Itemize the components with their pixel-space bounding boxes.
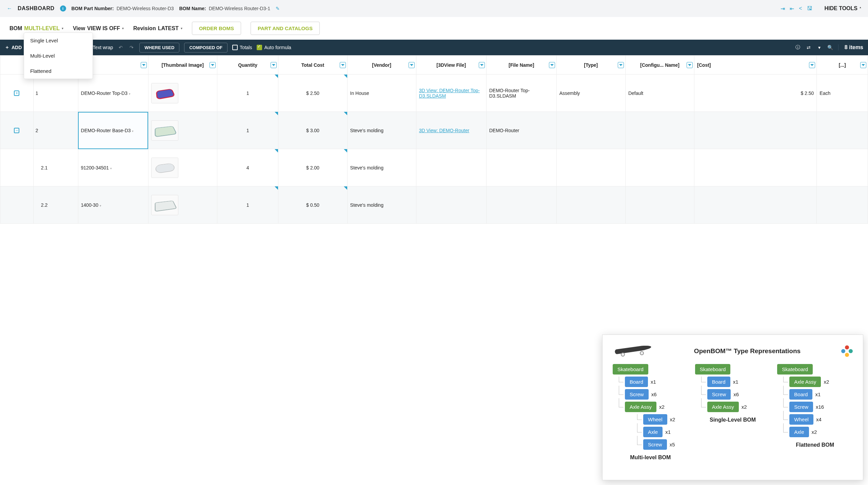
checkbox-off-icon <box>232 45 238 50</box>
total-cost-cell: $ 3.00 <box>278 112 347 149</box>
quantity-cell[interactable]: 1 <box>217 186 278 224</box>
caret-down-icon: ▾ <box>132 129 134 133</box>
undo-icon[interactable]: ↶ <box>118 45 124 50</box>
bom-table: [Thumbnail Image] Quantity Total Cost [V… <box>0 55 868 224</box>
part-name-cell[interactable]: 91200-34501 ▾ <box>78 149 148 186</box>
hide-tools-label: HIDE TOOLS <box>825 5 858 12</box>
order-boms-button[interactable]: ORDER BOMS <box>192 22 241 35</box>
redo-icon[interactable]: ↷ <box>129 45 135 50</box>
filter-icon[interactable] <box>809 62 815 68</box>
collapse-icon[interactable]: − <box>14 128 19 133</box>
back-arrow-icon[interactable]: ← <box>7 5 12 12</box>
caret-down-icon: ▾ <box>129 92 131 96</box>
export-icon[interactable]: ⇤ <box>790 5 794 12</box>
thumbnail-cell[interactable] <box>148 112 217 149</box>
header-actions: ⇥ ⇤ < 🖫 <box>781 5 812 12</box>
filter-icon[interactable] <box>549 62 555 68</box>
filename-cell <box>486 186 556 224</box>
menu-single-level[interactable]: Single Level <box>24 33 93 48</box>
expand-icon[interactable]: + <box>14 90 19 96</box>
3dview-cell[interactable] <box>416 186 486 224</box>
col-filename[interactable]: [File Name] <box>486 56 556 75</box>
quantity-cell[interactable]: 1 <box>217 112 278 149</box>
add-button[interactable]: ＋ ADD <box>5 44 22 50</box>
filter-icon[interactable] <box>618 62 624 68</box>
bom-table-wrap: [Thumbnail Image] Quantity Total Cost [V… <box>0 55 868 224</box>
app-header: ← DASHBOARD i BOM Part Number: DEMO-Wire… <box>0 0 868 17</box>
search-icon[interactable]: 🔍 <box>827 45 833 50</box>
where-used-button[interactable]: WHERE USED <box>139 43 179 53</box>
col-type[interactable]: [Type] <box>556 56 625 75</box>
quantity-cell[interactable]: 1 <box>217 75 278 112</box>
type-cell <box>556 112 625 149</box>
col-3dview[interactable]: [3DView File] <box>416 56 486 75</box>
filter-icon[interactable] <box>210 62 216 68</box>
filter-icon[interactable] <box>271 62 277 68</box>
save-icon[interactable]: 🖫 <box>807 5 812 12</box>
menu-flattened[interactable]: Flattened <box>24 63 93 79</box>
part-catalogs-button[interactable]: PART AND CATALOGS <box>251 22 320 35</box>
col-quantity[interactable]: Quantity <box>217 56 278 75</box>
bom-level-dropdown[interactable]: BOM MULTI-LEVEL ▾ <box>9 25 63 32</box>
col-thumbnail[interactable]: [Thumbnail Image] <box>148 56 217 75</box>
3dview-cell[interactable]: 3D View: DEMO-Router Top-D3.SLDASM <box>416 75 486 112</box>
vendor-cell: In House <box>347 75 416 112</box>
col-config[interactable]: [Configu... Name] <box>625 56 694 75</box>
filter-icon[interactable] <box>409 62 415 68</box>
filter-icon[interactable] <box>141 62 147 68</box>
thumbnail-cell[interactable] <box>148 75 217 112</box>
part-name-cell[interactable]: DEMO-Router Top-D3 ▾ <box>78 75 148 112</box>
revision-dropdown[interactable]: Revision LATEST ▾ <box>133 25 182 32</box>
3dview-cell[interactable] <box>416 149 486 186</box>
item-count: 8 items <box>838 44 863 50</box>
thumbnail-cell[interactable] <box>148 149 217 186</box>
unit-cell <box>817 149 868 186</box>
totals-toggle[interactable]: Totals <box>232 45 252 50</box>
composed-of-button[interactable]: COMPOSED OF <box>184 43 228 53</box>
col-more[interactable]: [...] <box>817 56 868 75</box>
bom-name: BOM Name: DEMO-Wireless Router-D3-1 <box>179 6 270 11</box>
filter-icon[interactable] <box>860 62 866 68</box>
filter-icon[interactable] <box>687 62 693 68</box>
vendor-cell: Steve's molding <box>347 112 416 149</box>
level-cell: 2 <box>33 112 78 149</box>
add-label: ADD <box>12 45 22 50</box>
thumbnail-cell[interactable] <box>148 186 217 224</box>
col-total-cost[interactable]: Total Cost <box>278 56 347 75</box>
filter-icon[interactable] <box>479 62 485 68</box>
level-cell: 2.1 <box>33 149 78 186</box>
help-icon[interactable]: ⓘ <box>795 44 801 50</box>
config-cell <box>625 112 694 149</box>
info-icon[interactable]: i <box>60 5 66 12</box>
import-icon[interactable]: ⇥ <box>781 5 785 12</box>
filter-icon[interactable]: ▾ <box>816 45 823 50</box>
dashboard-link[interactable]: DASHBOARD <box>18 5 55 12</box>
auto-formula-toggle[interactable]: Auto formula <box>257 45 291 50</box>
text-wrap-label: Text wrap <box>93 45 113 50</box>
part-name-cell[interactable]: DEMO-Router Base-D3 ▾ <box>78 112 148 149</box>
3dview-cell[interactable]: 3D View: DEMO-Router <box>416 112 486 149</box>
level-cell: 1 <box>33 75 78 112</box>
quantity-cell[interactable]: 4 <box>217 149 278 186</box>
view-dropdown[interactable]: View VIEW IS OFF ▾ <box>73 25 124 32</box>
table-row[interactable]: +1DEMO-Router Top-D3 ▾1$ 2.50In House3D … <box>0 75 868 112</box>
col-cost[interactable]: [Cost] <box>694 56 817 75</box>
menu-multi-level[interactable]: Multi-Level <box>24 48 93 63</box>
part-name-cell[interactable]: 1400-30 ▾ <box>78 186 148 224</box>
table-row[interactable]: 2.191200-34501 ▾4$ 2.00Steve's molding <box>0 149 868 186</box>
table-row[interactable]: −2DEMO-Router Base-D3 ▾1$ 3.00Steve's mo… <box>0 112 868 149</box>
view-value: VIEW IS OFF <box>87 25 120 32</box>
level-cell: 2.2 <box>33 186 78 224</box>
type-cell <box>556 149 625 186</box>
plus-icon: ＋ <box>5 44 9 50</box>
action-bar: ＋ ADD ⟳ ➲ ↳ ≡ ▾ Text wrap ↶ ↷ WHERE USED… <box>0 40 868 55</box>
hide-tools-toggle[interactable]: HIDE TOOLS ˄ <box>825 5 862 12</box>
vendor-cell: Steve's molding <box>347 149 416 186</box>
table-row[interactable]: 2.21400-30 ▾1$ 0.50Steve's molding <box>0 186 868 224</box>
pencil-icon[interactable]: ✎ <box>276 6 280 11</box>
swap-icon[interactable]: ⇄ <box>806 45 812 50</box>
filter-icon[interactable] <box>340 62 346 68</box>
view-label: View <box>73 25 85 32</box>
col-vendor[interactable]: [Vendor] <box>347 56 416 75</box>
share-icon[interactable]: < <box>799 5 802 12</box>
